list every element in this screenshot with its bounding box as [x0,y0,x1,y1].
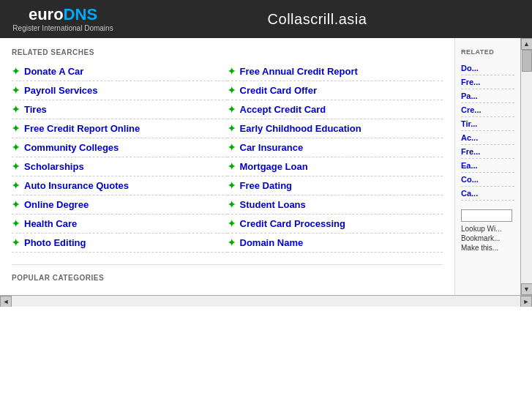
popular-categories-label: POPULAR CATEGORIES [12,274,443,282]
sidebar-link[interactable]: Fre... [461,145,514,159]
search-link[interactable]: Mortgage Loan [240,161,308,172]
search-item: ✦Payroll Services [12,81,228,100]
related-searches: ✦Donate A Car✦Payroll Services✦Tires✦Fre… [12,62,443,253]
search-item: ✦Tires [12,100,228,119]
logo-euro: euro [29,5,64,23]
search-item: ✦Accept Credit Card [228,100,443,119]
search-item: ✦Free Dating [228,176,443,195]
arrow-icon: ✦ [228,66,236,77]
lookup-input[interactable] [461,209,512,222]
search-item: ✦Credit Card Processing [228,215,443,234]
arrow-icon: ✦ [12,104,20,115]
search-link[interactable]: Photo Editing [24,237,86,248]
hscroll-track [12,296,520,307]
search-item: ✦Health Care [12,215,228,234]
arrow-icon: ✦ [228,180,236,191]
search-item: ✦Photo Editing [12,234,228,253]
arrow-icon: ✦ [228,218,236,229]
search-link[interactable]: Donate A Car [24,66,83,77]
sidebar-link[interactable]: Co... [461,173,514,187]
sidebar-tools: Lookup Wi... Bookmark... Make this... [461,209,514,252]
horizontal-scrollbar[interactable]: ◄ ► [0,295,532,307]
search-item: ✦Free Credit Report Online [12,119,228,138]
vertical-scrollbar[interactable]: ▲ ▼ [520,38,532,295]
related-searches-label: RELATED SEARCHES [12,48,443,56]
search-link[interactable]: Free Annual Credit Report [240,66,358,77]
site-title: Collascrill.asia [114,11,520,28]
search-item: ✦Early Childhood Education [228,119,443,138]
search-link[interactable]: Early Childhood Education [240,123,361,134]
arrow-icon: ✦ [12,218,20,229]
arrow-icon: ✦ [12,237,20,248]
sidebar-link[interactable]: Do... [461,61,514,75]
arrow-icon: ✦ [12,142,20,153]
search-link[interactable]: Online Degree [24,199,89,210]
arrow-icon: ✦ [228,85,236,96]
search-link[interactable]: Free Dating [240,180,293,191]
logo-dns: DNS [64,5,97,23]
search-item: ✦Mortgage Loan [228,157,443,176]
search-link[interactable]: Credit Card Processing [240,218,346,229]
header: euroDNS Register International Domains C… [0,0,532,38]
search-item: ✦Credit Card Offer [228,81,443,100]
logo-tagline: Register International Domains [12,24,113,32]
search-link[interactable]: Car Insurance [240,142,304,153]
search-item: ✦Donate A Car [12,62,228,81]
right-sidebar: RELATED Do...Fre...Pa...Cre...Tir...Ac..… [454,38,520,295]
sidebar-link[interactable]: Ca... [461,187,514,201]
search-link[interactable]: Auto Insurance Quotes [24,180,129,191]
arrow-icon: ✦ [12,85,20,96]
search-link[interactable]: Scholarships [24,161,84,172]
search-item: ✦Online Degree [12,195,228,215]
sidebar-links-container: Do...Fre...Pa...Cre...Tir...Ac...Fre...E… [461,61,514,201]
search-link[interactable]: Student Loans [240,199,306,210]
arrow-icon: ✦ [228,199,236,210]
search-item: ✦Car Insurance [228,138,443,157]
sidebar-link[interactable]: Tir... [461,117,514,131]
search-col-right: ✦Free Annual Credit Report✦Credit Card O… [228,62,443,253]
logo: euroDNS [29,7,97,23]
arrow-icon: ✦ [228,237,236,248]
arrow-icon: ✦ [228,161,236,172]
search-link[interactable]: Tires [24,104,47,115]
sidebar-link[interactable]: Cre... [461,103,514,117]
make-this-label: Make this... [461,244,514,252]
sidebar-link[interactable]: Pa... [461,89,514,103]
arrow-icon: ✦ [12,161,20,172]
search-link[interactable]: Health Care [24,218,77,229]
search-link[interactable]: Community Colleges [24,142,119,153]
search-item: ✦Scholarships [12,157,228,176]
scroll-thumb[interactable] [522,50,532,72]
arrow-icon: ✦ [228,104,236,115]
scroll-track [521,50,532,283]
arrow-icon: ✦ [12,199,20,210]
content-area: RELATED SEARCHES ✦Donate A Car✦Payroll S… [0,38,454,295]
search-item: ✦Auto Insurance Quotes [12,176,228,195]
search-link[interactable]: Domain Name [240,237,304,248]
scroll-left-btn[interactable]: ◄ [0,296,12,307]
sidebar-link[interactable]: Fre... [461,75,514,89]
scroll-up-btn[interactable]: ▲ [521,38,533,50]
search-item: ✦Community Colleges [12,138,228,157]
sidebar-related-label: RELATED [461,48,514,56]
arrow-icon: ✦ [12,66,20,77]
arrow-icon: ✦ [12,123,20,134]
scroll-down-btn[interactable]: ▼ [521,283,533,295]
sidebar-link[interactable]: Ac... [461,131,514,145]
popular-categories: POPULAR CATEGORIES [12,264,443,288]
arrow-icon: ✦ [12,180,20,191]
logo-area: euroDNS Register International Domains [12,7,114,32]
search-link[interactable]: Payroll Services [24,85,97,96]
arrow-icon: ✦ [228,142,236,153]
search-item: ✦Free Annual Credit Report [228,62,443,81]
bookmark-label: Bookmark... [461,234,514,242]
lookup-label: Lookup Wi... [461,225,514,233]
search-link[interactable]: Free Credit Report Online [24,123,140,134]
search-col-left: ✦Donate A Car✦Payroll Services✦Tires✦Fre… [12,62,228,253]
search-item: ✦Domain Name [228,234,443,253]
scroll-right-btn[interactable]: ► [520,296,532,307]
search-link[interactable]: Credit Card Offer [240,85,317,96]
search-link[interactable]: Accept Credit Card [240,104,326,115]
sidebar-link[interactable]: Ea... [461,159,514,173]
search-item: ✦Student Loans [228,195,443,215]
